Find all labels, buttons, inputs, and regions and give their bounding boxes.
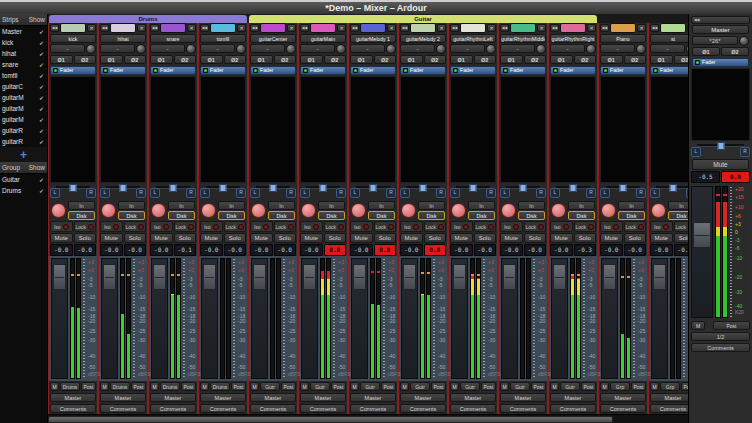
solo-lock-button[interactable]: Lock <box>74 221 97 232</box>
pan-widget[interactable]: L R <box>500 184 546 199</box>
polarity-1-button[interactable]: Ø1 <box>550 55 573 64</box>
record-enable-button[interactable] <box>101 203 116 218</box>
solo-lock-button[interactable]: Lock <box>624 221 647 232</box>
mute-point-button[interactable]: M <box>150 382 159 391</box>
record-enable-button[interactable] <box>251 203 266 218</box>
monitor-input-button[interactable]: In <box>668 201 688 210</box>
peak-display[interactable]: -0.0 <box>674 244 689 256</box>
master-mute-button[interactable]: Mute <box>692 159 749 170</box>
trim-knob[interactable] <box>336 44 346 54</box>
close-icon[interactable]: ✕ <box>487 24 496 32</box>
processor-box[interactable] <box>500 76 546 183</box>
comments-button[interactable]: Comments <box>500 404 546 413</box>
master-gain-fader[interactable] <box>691 186 713 318</box>
comments-button[interactable]: Comments <box>400 404 446 413</box>
trim-knob[interactable] <box>486 44 496 54</box>
peak-display[interactable]: -0.3 <box>574 244 597 256</box>
mute-point-button[interactable]: M <box>650 382 659 391</box>
mute-point-button[interactable]: M <box>100 382 109 391</box>
input-button[interactable]: - <box>550 44 585 53</box>
trim-knob[interactable] <box>286 44 296 54</box>
pan-handle[interactable] <box>370 184 377 192</box>
record-enable-button[interactable] <box>651 203 666 218</box>
gain-display[interactable]: -0.0 <box>100 244 123 256</box>
strips-list-item[interactable]: hihat ✓ <box>0 48 47 59</box>
group-button[interactable]: Grp <box>660 382 680 391</box>
strip-name-button[interactable]: guitarMain <box>300 34 346 43</box>
gain-fader[interactable] <box>201 258 218 379</box>
strip-color-chip[interactable] <box>510 23 536 33</box>
solo-button[interactable]: Solo <box>324 233 347 243</box>
input-button[interactable]: - <box>600 44 635 53</box>
comments-button[interactable]: Comments <box>300 404 346 413</box>
gain-fader[interactable] <box>551 258 568 379</box>
solo-lock-button[interactable]: Lock <box>174 221 197 232</box>
solo-button[interactable]: Solo <box>224 233 247 243</box>
pan-handle[interactable] <box>717 142 724 150</box>
group-list-item[interactable]: Drums ✓ <box>0 185 47 196</box>
processor-box[interactable] <box>400 76 446 183</box>
show-checkbox[interactable]: ✓ <box>39 72 44 79</box>
show-checkbox[interactable]: ✓ <box>39 39 44 46</box>
monitor-input-button[interactable]: In <box>368 201 395 210</box>
monitor-disk-button[interactable]: Disk <box>268 211 295 220</box>
close-icon[interactable]: ✕ <box>137 24 146 32</box>
solo-lock-button[interactable]: Lock <box>474 221 497 232</box>
strip-name-button[interactable]: guitarMelody 1 <box>350 34 396 43</box>
pan-left-button[interactable]: L <box>650 188 660 198</box>
strip-name-button[interactable]: tomfil <box>200 34 246 43</box>
comments-button[interactable]: Comments <box>450 404 496 413</box>
pan-right-button[interactable]: R <box>386 188 396 198</box>
show-checkbox[interactable]: ✓ <box>39 28 44 35</box>
mute-button[interactable]: Mute <box>300 233 323 243</box>
narrow-strip-icon[interactable]: ◀◀ <box>350 24 359 32</box>
meter-point-button[interactable]: Post <box>281 382 296 391</box>
output-button[interactable]: Master <box>250 393 296 402</box>
solo-lock-button[interactable]: Lock <box>524 221 547 232</box>
processor-active-led[interactable] <box>553 68 558 73</box>
processor-box[interactable] <box>200 76 246 183</box>
input-button[interactable]: - <box>50 44 85 53</box>
trim-knob[interactable] <box>636 44 646 54</box>
record-enable-button[interactable] <box>401 203 416 218</box>
strip-color-chip[interactable] <box>360 23 386 33</box>
pan-handle[interactable] <box>170 184 177 192</box>
monitor-input-button[interactable]: In <box>518 201 545 210</box>
polarity-2-button[interactable]: Ø2 <box>574 55 597 64</box>
group-button[interactable]: Grp <box>610 382 630 391</box>
meter-point-button[interactable]: Post <box>231 382 246 391</box>
monitor-input-button[interactable]: In <box>318 201 345 210</box>
meter-point-button[interactable]: Post <box>431 382 446 391</box>
pan-handle[interactable] <box>520 184 527 192</box>
polarity-1-button[interactable]: Ø1 <box>450 55 473 64</box>
pan-handle[interactable] <box>470 184 477 192</box>
trim-knob[interactable] <box>536 44 546 54</box>
fader-handle[interactable] <box>53 264 66 290</box>
pan-left-button[interactable]: L <box>600 188 610 198</box>
monitor-disk-button[interactable]: Disk <box>68 211 95 220</box>
trim-knob[interactable] <box>236 44 246 54</box>
input-button[interactable]: - <box>500 44 535 53</box>
polarity-1-button[interactable]: Ø1 <box>150 55 173 64</box>
group-button[interactable]: Drums <box>60 382 80 391</box>
trim-knob[interactable] <box>136 44 146 54</box>
solo-button[interactable]: Solo <box>624 233 647 243</box>
mute-point-button[interactable]: M <box>350 382 359 391</box>
trim-knob[interactable] <box>586 44 596 54</box>
polarity-2-button[interactable]: Ø2 <box>474 55 497 64</box>
output-button[interactable]: Master <box>600 393 646 402</box>
polarity-2-button[interactable]: Ø2 <box>274 55 297 64</box>
meter-point-button[interactable]: Post <box>481 382 496 391</box>
monitor-disk-button[interactable]: Disk <box>318 211 345 220</box>
processor-box[interactable] <box>300 76 346 183</box>
solo-isolate-button[interactable]: Iso <box>650 221 673 232</box>
group-button[interactable]: Drums <box>160 382 180 391</box>
comments-button[interactable]: Comments <box>600 404 646 413</box>
master-polarity-2-button[interactable]: Ø2 <box>721 47 749 56</box>
strip-name-button[interactable]: snare <box>150 34 196 43</box>
monitor-input-button[interactable]: In <box>618 201 645 210</box>
strip-color-chip[interactable] <box>260 23 286 33</box>
master-processor-box[interactable] <box>691 68 750 141</box>
fader-handle[interactable] <box>693 222 711 248</box>
narrow-strip-icon[interactable]: ◀◀ <box>100 24 109 32</box>
